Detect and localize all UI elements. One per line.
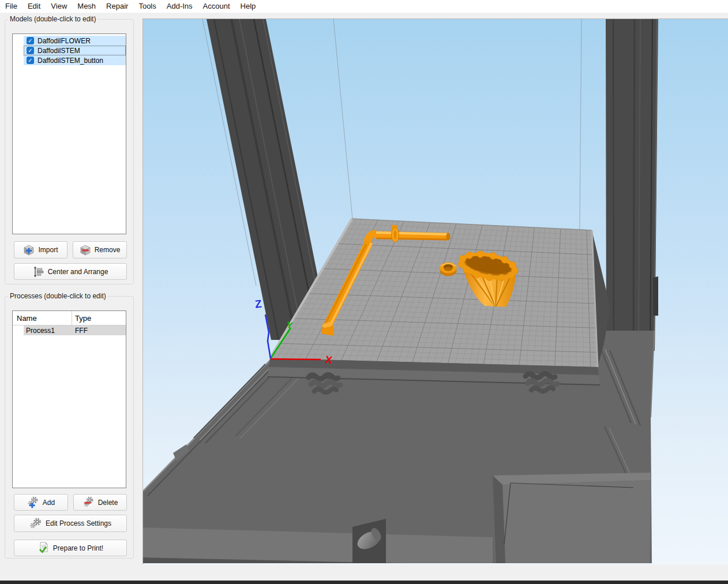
edit-process-settings-button[interactable]: Edit Process Settings xyxy=(14,515,127,532)
model-item-label: DaffodilSTEM_button xyxy=(37,57,103,65)
column-header-name: Name xyxy=(13,311,72,325)
prepare-to-print-label: Prepare to Print! xyxy=(53,544,103,552)
model-checkbox[interactable]: ✓ xyxy=(27,57,34,64)
delete-process-button[interactable]: Delete xyxy=(73,494,127,511)
model-list-item[interactable]: ✓DaffodilSTEM_button xyxy=(24,55,126,65)
model-item-label: DaffodilFLOWER xyxy=(37,37,91,45)
add-process-button[interactable]: Add xyxy=(14,494,68,511)
3d-viewport[interactable]: X Y Z xyxy=(142,18,728,564)
menu-item-tools[interactable]: Tools xyxy=(133,0,161,13)
process-type: FFF xyxy=(74,327,88,335)
menu-item-mesh[interactable]: Mesh xyxy=(72,0,101,13)
display-housing xyxy=(493,473,651,563)
import-button[interactable]: Import xyxy=(14,241,67,259)
processes-panel: Processes (double-click to edit) Name Ty… xyxy=(5,296,134,559)
processes-table[interactable]: Name Type Process1FFF xyxy=(12,310,126,488)
model-daffodil-stem-button[interactable] xyxy=(440,263,457,276)
process-name: Process1 xyxy=(24,327,74,335)
model-item-label: DaffodilSTEM xyxy=(37,47,80,55)
import-button-label: Import xyxy=(38,246,58,254)
models-panel-title: Models (double-click to edit) xyxy=(8,15,97,23)
cube-plus-icon xyxy=(23,244,35,256)
cube-minus-icon xyxy=(80,244,91,256)
menu-item-edit[interactable]: Edit xyxy=(22,0,46,13)
models-panel: Models (double-click to edit) ✓DaffodilF… xyxy=(5,19,134,284)
model-list-item[interactable]: ✓DaffodilSTEM xyxy=(24,46,126,55)
gears-icon xyxy=(29,518,42,530)
prepare-to-print-button[interactable]: Prepare to Print! xyxy=(14,540,127,556)
processes-table-body: Process1FFF xyxy=(13,325,126,335)
remove-button-label: Remove xyxy=(95,246,121,254)
menu-item-repair[interactable]: Repair xyxy=(101,0,133,13)
models-list[interactable]: ✓DaffodilFLOWER✓DaffodilSTEM✓DaffodilSTE… xyxy=(12,33,126,234)
menu-item-file[interactable]: File xyxy=(0,0,22,13)
gear-plus-icon xyxy=(27,496,39,508)
print-check-icon xyxy=(37,542,50,554)
center-arrange-button-label: Center and Arrange xyxy=(48,268,108,276)
processes-panel-title: Processes (double-click to edit) xyxy=(8,292,108,300)
model-list-item[interactable]: ✓DaffodilFLOWER xyxy=(24,36,126,46)
delete-button-label: Delete xyxy=(98,499,118,507)
process-row[interactable]: Process1FFF xyxy=(24,325,126,335)
model-checkbox[interactable]: ✓ xyxy=(27,37,34,44)
menu-bar: FileEditViewMeshRepairToolsAdd-InsAccoun… xyxy=(0,0,728,13)
add-button-label: Add xyxy=(43,499,55,507)
right-frame-tower xyxy=(606,19,658,351)
center-and-arrange-button[interactable]: Center and Arrange xyxy=(14,263,127,280)
center-arrange-icon xyxy=(33,266,44,278)
bed-leveling-knob-left xyxy=(309,375,340,393)
bed-leveling-knob-right xyxy=(526,374,557,392)
processes-table-header: Name Type xyxy=(13,311,126,325)
edit-process-settings-label: Edit Process Settings xyxy=(46,519,111,527)
printer-scene: X Y Z xyxy=(143,19,728,564)
tower-bracket xyxy=(653,276,658,316)
menu-item-account[interactable]: Account xyxy=(198,0,235,13)
menu-item-help[interactable]: Help xyxy=(235,0,261,13)
menu-item-addins[interactable]: Add-Ins xyxy=(162,0,198,13)
sidebar: Models (double-click to edit) ✓DaffodilF… xyxy=(0,13,142,580)
menu-item-view[interactable]: View xyxy=(46,0,72,13)
column-header-type: Type xyxy=(72,314,91,323)
model-checkbox[interactable]: ✓ xyxy=(27,47,34,54)
bottom-bar xyxy=(0,581,728,584)
remove-button[interactable]: Remove xyxy=(73,241,127,259)
x-axis xyxy=(271,359,321,360)
gear-minus-icon xyxy=(82,496,95,508)
